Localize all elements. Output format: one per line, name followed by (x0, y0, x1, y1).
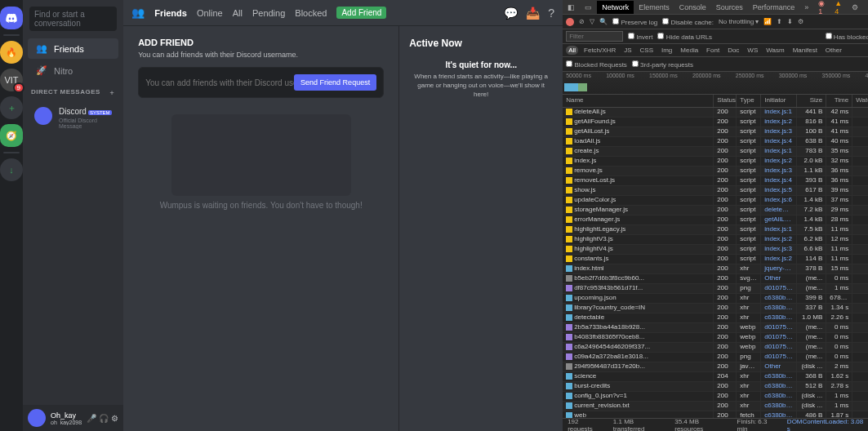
network-row[interactable]: c6a2496454d46209f337...200webpd01075b...… (563, 343, 868, 353)
filter-input[interactable] (566, 31, 623, 42)
tab-all[interactable]: All (233, 8, 243, 18)
throttling-select[interactable]: No throttling ▾ (719, 18, 759, 25)
tab-add-friend[interactable]: Add Friend (336, 7, 386, 19)
type-filter-manifest[interactable]: Manifest (790, 46, 820, 55)
network-row[interactable]: burst-credits200xhrc6380b0...j512 B2.78 … (563, 382, 868, 392)
mute-icon[interactable]: 🎤 (87, 414, 96, 423)
blocked-requests-check[interactable]: Blocked Requests (566, 60, 627, 69)
col-name[interactable]: Name (563, 95, 714, 107)
type-filter-media[interactable]: Media (678, 46, 701, 55)
search-icon[interactable]: 🔍 (599, 18, 608, 25)
help-icon[interactable]: ? (548, 7, 554, 20)
network-row[interactable]: detectable200xhrc6380b0...j1.0 MB2.26 s (563, 313, 868, 323)
wifi-icon[interactable]: 📶 (763, 18, 772, 25)
guild-2[interactable]: VIT9 (0, 69, 23, 91)
type-filter-wasm[interactable]: Wasm (763, 46, 786, 55)
network-row[interactable]: updateColor.js200scriptindex.js:61.4 kB3… (563, 196, 868, 206)
tab-online[interactable]: Online (197, 8, 223, 18)
gear-icon[interactable]: ⚙ (798, 18, 803, 25)
create-dm-icon[interactable]: ＋ (109, 88, 116, 97)
network-row[interactable]: remove.js200scriptindex.js:31.1 kB36 ms (563, 167, 868, 176)
network-row[interactable]: loadAll.js200scriptindex.js:4638 B40 ms (563, 137, 868, 147)
network-row[interactable]: deleteAll.js200scriptindex.js:1441 B42 m… (563, 108, 868, 118)
network-row[interactable]: current_revision.txt200xhrc6380b0...j(di… (563, 402, 868, 411)
explore-servers[interactable]: 🧭 (0, 124, 23, 147)
type-filter-other[interactable]: Other (823, 46, 844, 55)
type-filter-js[interactable]: JS (621, 46, 634, 55)
tab-console[interactable]: Console (674, 1, 711, 14)
col-status[interactable]: Status (714, 95, 737, 107)
network-row[interactable]: errorManager.js200scriptgetAllLost.j...1… (563, 216, 868, 225)
network-row[interactable]: df87c953f43b561d71f...200pngd01075b...j(… (563, 284, 868, 294)
inbox-icon[interactable]: 📥 (526, 7, 540, 20)
third-party-check[interactable]: 3rd-party requests (632, 60, 693, 69)
network-row[interactable]: storageManager.js200scriptdeleteAll.js:1… (563, 206, 868, 216)
network-row[interactable]: science204xhrc6380b0...j368 B1.62 s (563, 372, 868, 382)
settings-icon[interactable]: ⚙ (111, 414, 118, 423)
col-size[interactable]: Size (797, 95, 826, 107)
network-row[interactable]: removeLost.js200scriptindex.js:4393 B36 … (563, 176, 868, 186)
guild-1[interactable]: 🔥 (0, 41, 23, 64)
network-row[interactable]: 294f95f4487d317e20b...200javas...Other(d… (563, 362, 868, 372)
more-tabs-icon[interactable]: » (799, 1, 813, 14)
type-filter-doc[interactable]: Doc (725, 46, 741, 55)
inspect-icon[interactable]: ◧ (563, 1, 580, 14)
network-row[interactable]: 2b5a733ba44a18b928...200webpd01075b...j(… (563, 323, 868, 333)
network-row[interactable]: show.js200scriptindex.js:5617 B39 ms (563, 186, 868, 196)
type-filter-font[interactable]: Font (704, 46, 722, 55)
tab-performance[interactable]: Performance (748, 1, 800, 14)
network-row[interactable]: index.html200xhrjquery-2.1...378 B15 ms (563, 264, 868, 274)
new-group-dm-icon[interactable]: 💬 (504, 7, 518, 20)
type-filter-ws[interactable]: WS (745, 46, 760, 55)
network-row[interactable]: b4083fb88365f70ceb8...200webpd01075b...j… (563, 333, 868, 343)
network-row[interactable]: highlightV4.js200scriptindex.js:36.6 kB1… (563, 245, 868, 255)
download-apps[interactable]: ↓ (0, 158, 23, 181)
network-row[interactable]: getAllLost.js200scriptindex.js:3100 B41 … (563, 127, 868, 137)
tab-elements[interactable]: Elements (634, 1, 674, 14)
network-row[interactable]: getAllFound.js200scriptindex.js:2816 B41… (563, 118, 868, 127)
network-row[interactable]: config_0.json?v=1200xhrc6380b0...j(disk … (563, 392, 868, 402)
record-icon[interactable] (566, 18, 574, 26)
network-row[interactable]: c09a42a372ba81e3018...200pngd01075b...j(… (563, 353, 868, 362)
dm-discord[interactable]: DiscordSYSTEM Official Discord Message (28, 100, 118, 132)
disable-cache-check[interactable]: Disable cache: (662, 18, 714, 26)
clear-icon[interactable]: ⊘ (579, 18, 585, 25)
col-time[interactable]: Time (826, 95, 852, 107)
deafen-icon[interactable]: 🎧 (99, 414, 109, 423)
blocked-cookies-check[interactable]: Has blocked cookies (826, 33, 868, 41)
col-waterfall[interactable]: Waterfall (852, 95, 868, 107)
timeline-overview[interactable]: 50000 ms100000 ms150000 ms200000 ms25000… (563, 72, 868, 95)
network-row[interactable]: constants.js200scriptindex.js:2114 B11 m… (563, 255, 868, 264)
filter-toggle-icon[interactable]: ▽ (590, 18, 594, 25)
upload-icon[interactable]: ⬆ (777, 18, 782, 25)
more-icon[interactable]: ⋮ (863, 1, 868, 14)
user-avatar[interactable] (28, 409, 46, 427)
home-guild[interactable] (0, 7, 23, 29)
network-row[interactable]: highlightV3.js200scriptindex.js:26.2 kB1… (563, 235, 868, 245)
col-type[interactable]: Type (737, 95, 761, 107)
type-filter-all[interactable]: All (566, 46, 578, 55)
type-filter-img[interactable]: Img (659, 46, 674, 55)
col-initiator[interactable]: Initiator (761, 95, 797, 107)
preserve-log-check[interactable]: Preserve log (612, 18, 657, 26)
send-friend-request-button[interactable]: Send Friend Request (294, 74, 376, 91)
tab-sources[interactable]: Sources (711, 1, 748, 14)
tab-pending[interactable]: Pending (252, 8, 285, 18)
settings-icon[interactable]: ⚙ (847, 1, 863, 14)
tab-blocked[interactable]: Blocked (295, 8, 327, 18)
nav-nitro[interactable]: 🚀Nitro (28, 60, 118, 81)
network-row[interactable]: create.js200scriptindex.js:1783 B35 ms (563, 147, 868, 157)
download-icon[interactable]: ⬇ (787, 18, 793, 25)
add-friend-input[interactable] (145, 74, 294, 91)
nav-friends[interactable]: 👥Friends (28, 38, 118, 59)
network-row[interactable]: index.js200scriptindex.js:22.0 kB32 ms (563, 157, 868, 167)
quick-search[interactable]: Find or start a conversation (29, 7, 117, 31)
invert-check[interactable]: Invert (628, 33, 652, 41)
network-row[interactable]: highlightLegacy.js200scriptindex.js:17.5… (563, 225, 868, 235)
hide-urls-check[interactable]: Hide data URLs (657, 33, 712, 41)
network-table-body[interactable]: deleteAll.js200scriptindex.js:1441 B42 m… (563, 108, 868, 418)
type-filter-fetch/xhr[interactable]: Fetch/XHR (581, 46, 618, 55)
device-icon[interactable]: ▭ (580, 1, 597, 14)
network-row[interactable]: b5eb2f7d6b3f8cc9b60...200svg+...Other(me… (563, 274, 868, 284)
network-row[interactable]: library?country_code=IN200xhrc6380b0...j… (563, 304, 868, 313)
